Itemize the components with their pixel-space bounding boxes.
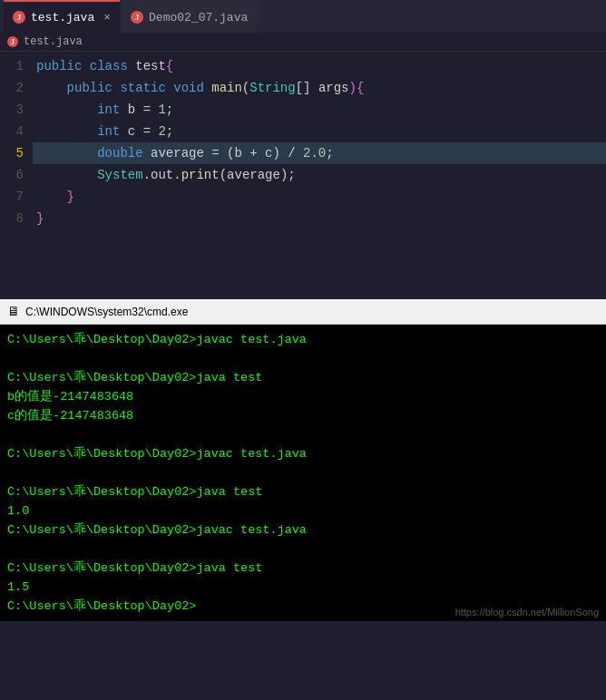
cmd-icon: 🖥 [7, 305, 20, 319]
cmd-empty-3 [7, 463, 599, 482]
cmd-empty-1 [7, 349, 599, 368]
code-line-8: } [33, 208, 606, 229]
breadcrumb: J test.java [0, 33, 606, 52]
cmd-line-4: c的值是-2147483648 [7, 406, 599, 425]
cmd-section: 🖥 C:\WINDOWS\system32\cmd.exe C:\Users\乖… [0, 299, 606, 621]
cmd-empty-4 [7, 540, 599, 559]
ln-4: 4 [16, 121, 24, 142]
code-area: 1 2 3 4 5 6 7 8 public class test{ publi… [0, 52, 606, 299]
code-content: public class test{ public static void ma… [33, 52, 606, 299]
cmd-titlebar: 🖥 C:\WINDOWS\system32\cmd.exe [0, 299, 606, 325]
cmd-line-10: 1.5 [7, 578, 599, 597]
tab-label-test: test.java [31, 11, 94, 24]
code-line-7: } [33, 186, 606, 208]
cmd-line-9: C:\Users\乖\Desktop\Day02>java test [7, 559, 599, 578]
ln-3: 3 [16, 99, 24, 121]
ln-5: 5 [16, 142, 24, 164]
cmd-title: C:\WINDOWS\system32\cmd.exe [25, 306, 188, 318]
code-line-2: public static void main(String[] args){ [33, 77, 606, 99]
code-line-6: System.out.print(average); [33, 164, 606, 186]
cmd-line-6: C:\Users\乖\Desktop\Day02>java test [7, 482, 599, 501]
cmd-body: C:\Users\乖\Desktop\Day02>javac test.java… [0, 325, 606, 621]
breadcrumb-label: test.java [24, 35, 83, 48]
ln-2: 2 [16, 77, 24, 99]
code-line-1: public class test{ [33, 55, 606, 77]
ln-1: 1 [16, 55, 24, 77]
code-line-5: double average = (b + c) / 2.0; [33, 142, 606, 164]
cmd-line-3: b的值是-2147483648 [7, 387, 599, 406]
breadcrumb-icon: J [7, 36, 18, 47]
cmd-line-1: C:\Users\乖\Desktop\Day02>javac test.java [7, 330, 599, 349]
ln-8: 8 [16, 208, 24, 229]
ln-7: 7 [16, 186, 24, 208]
cmd-line-5: C:\Users\乖\Desktop\Day02>javac test.java [7, 444, 599, 463]
java-icon-demo: J [131, 11, 143, 24]
tab-demo[interactable]: J Demo02_07.java [122, 0, 257, 33]
cmd-line-7: 1.0 [7, 501, 599, 520]
tab-test-java[interactable]: J test.java × [4, 0, 120, 33]
watermark: https://blog.csdn.net/MillionSong [455, 607, 599, 617]
cmd-line-2: C:\Users\乖\Desktop\Day02>java test [7, 368, 599, 387]
tab-label-demo: Demo02_07.java [149, 11, 248, 24]
cmd-line-8: C:\Users\乖\Desktop\Day02>javac test.java [7, 520, 599, 540]
cmd-empty-2 [7, 425, 599, 444]
tab-bar: J test.java × J Demo02_07.java [0, 0, 606, 33]
code-line-4: int c = 2; [33, 121, 606, 142]
tab-close-test[interactable]: × [103, 11, 111, 24]
editor-section: J test.java × J Demo02_07.java J test.ja… [0, 0, 606, 299]
ln-6: 6 [16, 164, 24, 186]
code-line-3: int b = 1; [33, 99, 606, 121]
java-icon-test: J [13, 11, 25, 24]
line-numbers: 1 2 3 4 5 6 7 8 [0, 52, 33, 299]
